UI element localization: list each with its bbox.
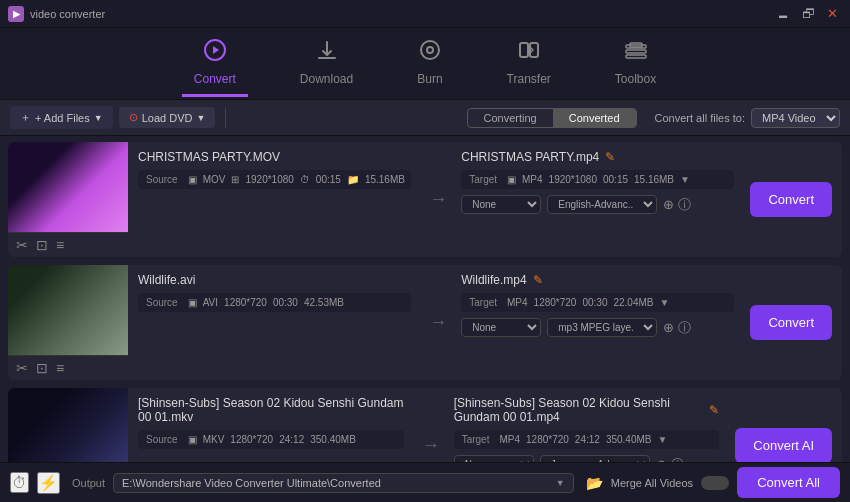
- source-format-icon-2: ▣: [188, 297, 197, 308]
- svg-rect-7: [626, 50, 646, 53]
- clock-icon[interactable]: ⏱: [10, 472, 29, 493]
- source-size-1: 15.16MB: [365, 174, 405, 185]
- target-name-row-1: CHRISTMAS PARTY.mp4 ✎: [461, 150, 734, 164]
- target-format-2: MP4: [507, 297, 528, 308]
- info-icon-1[interactable]: ⓘ: [678, 196, 691, 214]
- target-label-2: Target: [469, 297, 497, 308]
- edit-icon-1[interactable]: ✎: [605, 150, 615, 164]
- minimize-button[interactable]: 🗕: [773, 7, 794, 20]
- settings-icon-1[interactable]: ≡: [56, 237, 64, 253]
- nav-burn[interactable]: Burn: [405, 30, 454, 97]
- convert-nav-label: Convert: [194, 72, 236, 86]
- target-name-row-2: Wildlife.mp4 ✎: [461, 273, 734, 287]
- add-files-icon: ＋: [20, 110, 31, 125]
- trim-icon-1[interactable]: ✂: [16, 237, 28, 253]
- merge-toggle[interactable]: [701, 476, 729, 490]
- edit-icon-2[interactable]: ✎: [533, 273, 543, 287]
- target-res-1: 1920*1080: [549, 174, 597, 185]
- titlebar-controls: 🗕 🗗 ✕: [773, 7, 842, 20]
- source-size-2: 42.53MB: [304, 297, 344, 308]
- output-path-field[interactable]: E:\Wondershare Video Converter Ultimate\…: [113, 473, 574, 493]
- nav-convert[interactable]: Convert: [182, 30, 248, 97]
- source-format-3: MKV: [203, 434, 225, 445]
- trim-icon-2[interactable]: ✂: [16, 360, 28, 376]
- effect-select-3[interactable]: None: [454, 455, 534, 462]
- add-files-dropdown-icon: ▼: [94, 113, 103, 123]
- load-dvd-label: Load DVD: [142, 112, 193, 124]
- target-size-3: 350.40MB: [606, 434, 652, 445]
- convert-all-files-label: Convert all files to:: [655, 112, 745, 124]
- svg-point-3: [427, 47, 433, 53]
- app-title: video converter: [30, 8, 105, 20]
- path-dropdown-icon[interactable]: ▼: [556, 478, 565, 488]
- nav-transfer[interactable]: Transfer: [495, 30, 563, 97]
- target-col-1: CHRISTMAS PARTY.mp4 ✎ Target ▣ MP4 1920*…: [455, 142, 740, 257]
- source-format-icon-1: ▣: [188, 174, 197, 185]
- convert-button-3[interactable]: Convert AI: [735, 428, 832, 462]
- nav-download[interactable]: Download: [288, 30, 365, 97]
- effect-select-1[interactable]: None: [461, 195, 541, 214]
- file-info-2: Wildlife.avi Source ▣ AVI 1280*720 00:30…: [128, 265, 421, 380]
- info-icon-3[interactable]: ⓘ: [671, 456, 684, 463]
- source-format-icon-3: ▣: [188, 434, 197, 445]
- effect-select-2[interactable]: None: [461, 318, 541, 337]
- crop-icon-1[interactable]: ⊡: [36, 237, 48, 253]
- target-dropdown-2[interactable]: ▼: [659, 297, 669, 308]
- convert-button-2[interactable]: Convert: [750, 305, 832, 340]
- plus-icon-1[interactable]: ⊕: [663, 196, 674, 214]
- options-row-1: None English-Advanc... ⊕ ⓘ: [461, 195, 734, 214]
- convert-all-format-select[interactable]: MP4 Video AVI Video MKV Video: [751, 108, 840, 128]
- output-path-value: E:\Wondershare Video Converter Ultimate\…: [122, 477, 381, 489]
- load-dvd-button[interactable]: ⊙ Load DVD ▼: [119, 107, 216, 128]
- source-res-3: 1280*720: [230, 434, 273, 445]
- open-folder-button[interactable]: 📂: [586, 475, 603, 491]
- options-icons-2: ⊕ ⓘ: [663, 319, 691, 337]
- target-dur-1: 00:15: [603, 174, 628, 185]
- crop-icon-2[interactable]: ⊡: [36, 360, 48, 376]
- restore-button[interactable]: 🗗: [798, 7, 819, 20]
- source-format-2: AVI: [203, 297, 218, 308]
- target-dropdown-3[interactable]: ▼: [657, 434, 667, 445]
- audio-select-3[interactable]: Japanese-Adva...: [540, 455, 650, 462]
- tab-converted[interactable]: Converted: [553, 109, 636, 127]
- nav-toolbox[interactable]: Toolbox: [603, 30, 668, 97]
- info-icon-2[interactable]: ⓘ: [678, 319, 691, 337]
- arrow-1: →: [421, 142, 455, 257]
- convert-button-1[interactable]: Convert: [750, 182, 832, 217]
- add-files-button[interactable]: ＋ + Add Files ▼: [10, 106, 113, 129]
- convert-nav-icon: [203, 38, 227, 68]
- audio-select-1[interactable]: English-Advanc...: [547, 195, 657, 214]
- target-res-3: 1280*720: [526, 434, 569, 445]
- flash-icon[interactable]: ⚡: [37, 472, 60, 494]
- tab-converting[interactable]: Converting: [468, 109, 553, 127]
- close-button[interactable]: ✕: [823, 7, 842, 20]
- source-dur-2: 00:30: [273, 297, 298, 308]
- toolbar-separator: [225, 108, 226, 128]
- convert-col-3: Convert AI: [725, 388, 842, 462]
- source-filename-2: Wildlife.avi: [138, 273, 411, 287]
- svg-rect-4: [520, 43, 528, 57]
- options-row-2: None mp3 MPEG laye... ⊕ ⓘ: [461, 318, 734, 337]
- source-size-3: 350.40MB: [310, 434, 356, 445]
- svg-marker-1: [213, 46, 219, 54]
- plus-icon-3[interactable]: ⊕: [656, 456, 667, 463]
- target-res-2: 1280*720: [534, 297, 577, 308]
- file-list: ✂ ⊡ ≡ CHRISTMAS PARTY.MOV Source ▣ MOV ⊞…: [0, 136, 850, 462]
- file-thumbnail-2: [8, 265, 128, 355]
- target-dropdown-1[interactable]: ▼: [680, 174, 690, 185]
- plus-icon-2[interactable]: ⊕: [663, 319, 674, 337]
- app-logo: ▶: [8, 6, 24, 22]
- source-res-2: 1280*720: [224, 297, 267, 308]
- source-label-2: Source: [146, 297, 178, 308]
- settings-icon-2[interactable]: ≡: [56, 360, 64, 376]
- target-format-3: MP4: [499, 434, 520, 445]
- audio-select-2[interactable]: mp3 MPEG laye...: [547, 318, 657, 337]
- file-thumbnail-1: [8, 142, 128, 232]
- target-label-1: Target: [469, 174, 497, 185]
- target-props-3: Target MP4 1280*720 24:12 350.40MB ▼: [454, 430, 720, 449]
- source-res-1: 1920*1080: [245, 174, 293, 185]
- convert-all-button[interactable]: Convert All: [737, 467, 840, 498]
- edit-icon-3[interactable]: ✎: [709, 403, 719, 417]
- source-dur-3: 24:12: [279, 434, 304, 445]
- target-filename-1: CHRISTMAS PARTY.mp4: [461, 150, 599, 164]
